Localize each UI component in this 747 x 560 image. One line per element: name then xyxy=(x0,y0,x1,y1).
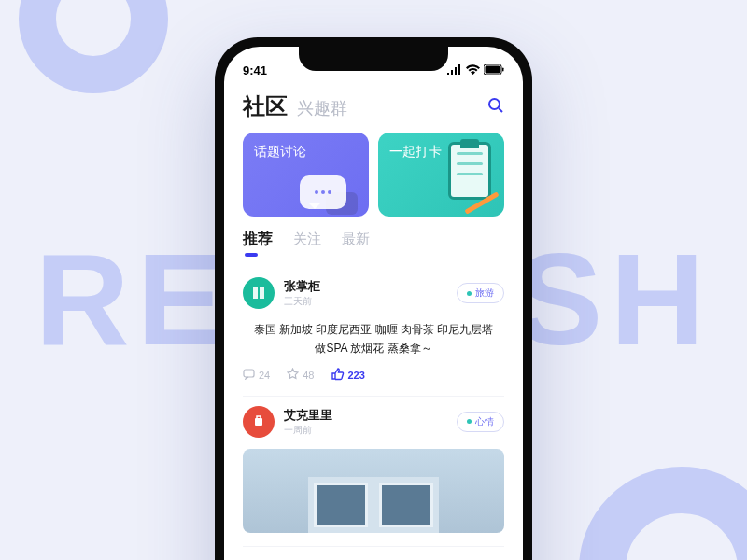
bg-decoration-ring-bottom xyxy=(579,467,747,560)
favorite-count[interactable]: 48 xyxy=(287,368,314,382)
svg-rect-2 xyxy=(502,67,504,71)
post-header: 艾克里里 一周前 心情 xyxy=(243,406,504,438)
header-tab-groups[interactable]: 兴趣群 xyxy=(297,97,347,119)
card-checkin[interactable]: 一起打卡 xyxy=(378,133,504,217)
tab-recommended[interactable]: 推荐 xyxy=(243,230,273,257)
signal-icon xyxy=(447,63,462,77)
svg-rect-6 xyxy=(255,418,262,426)
phone-frame: 9:41 社区 兴趣群 话题讨论 xyxy=(215,37,532,560)
svg-rect-5 xyxy=(244,370,254,377)
post-username: 张掌柜 xyxy=(284,278,320,295)
svg-line-4 xyxy=(499,108,502,112)
feature-cards: 话题讨论 一起打卡 xyxy=(224,133,523,230)
post-image[interactable] xyxy=(243,449,504,533)
post-username: 艾克里里 xyxy=(284,407,332,424)
header-tab-community[interactable]: 社区 xyxy=(243,91,288,121)
bg-decoration-ring-top xyxy=(19,0,168,93)
wifi-icon xyxy=(466,63,480,77)
post-stats: 24 48 223 xyxy=(243,368,504,383)
svg-point-3 xyxy=(489,99,500,109)
feed-tabs: 推荐 关注 最新 xyxy=(224,230,523,257)
badge-label: 旅游 xyxy=(475,287,494,300)
feed-post[interactable]: 张掌柜 三天前 旅游 泰国 新加坡 印度尼西亚 咖喱 肉骨茶 印尼九层塔 做SP… xyxy=(243,268,504,397)
card-topic-discussion[interactable]: 话题讨论 xyxy=(243,133,369,217)
post-content: 泰国 新加坡 印度尼西亚 咖喱 肉骨茶 印尼九层塔 做SPA 放烟花 蒸桑拿～ xyxy=(243,309,504,368)
svg-rect-1 xyxy=(486,65,500,73)
chat-bubble-icon xyxy=(300,175,346,209)
search-icon[interactable] xyxy=(487,97,504,118)
badge-label: 心情 xyxy=(475,415,494,428)
phone-screen: 9:41 社区 兴趣群 话题讨论 xyxy=(224,47,523,560)
tab-following[interactable]: 关注 xyxy=(293,231,321,256)
post-tag-badge[interactable]: 心情 xyxy=(457,412,504,432)
post-header: 张掌柜 三天前 旅游 xyxy=(243,277,504,309)
comment-icon xyxy=(243,368,255,382)
post-tag-badge[interactable]: 旅游 xyxy=(457,283,504,303)
battery-icon xyxy=(484,63,504,77)
star-icon xyxy=(287,368,299,382)
avatar[interactable] xyxy=(243,406,275,438)
status-time: 9:41 xyxy=(243,63,267,77)
feed-post[interactable]: 艾克里里 一周前 心情 xyxy=(243,397,504,547)
tab-latest[interactable]: 最新 xyxy=(342,231,370,256)
post-timestamp: 三天前 xyxy=(284,295,320,308)
feed-list: 张掌柜 三天前 旅游 泰国 新加坡 印度尼西亚 咖喱 肉骨茶 印尼九层塔 做SP… xyxy=(224,257,523,558)
avatar[interactable] xyxy=(243,277,275,309)
badge-dot-icon xyxy=(467,419,472,424)
clipboard-icon xyxy=(448,142,491,200)
post-timestamp: 一周前 xyxy=(284,424,332,437)
card-label: 话题讨论 xyxy=(254,144,306,159)
thumbs-up-icon xyxy=(331,368,345,383)
building-illustration xyxy=(308,477,439,533)
badge-dot-icon xyxy=(467,291,472,296)
like-count[interactable]: 223 xyxy=(331,368,365,383)
phone-notch xyxy=(299,47,448,71)
comment-count[interactable]: 24 xyxy=(243,368,270,382)
card-label: 一起打卡 xyxy=(389,144,442,159)
page-header: 社区 兴趣群 xyxy=(224,84,523,133)
